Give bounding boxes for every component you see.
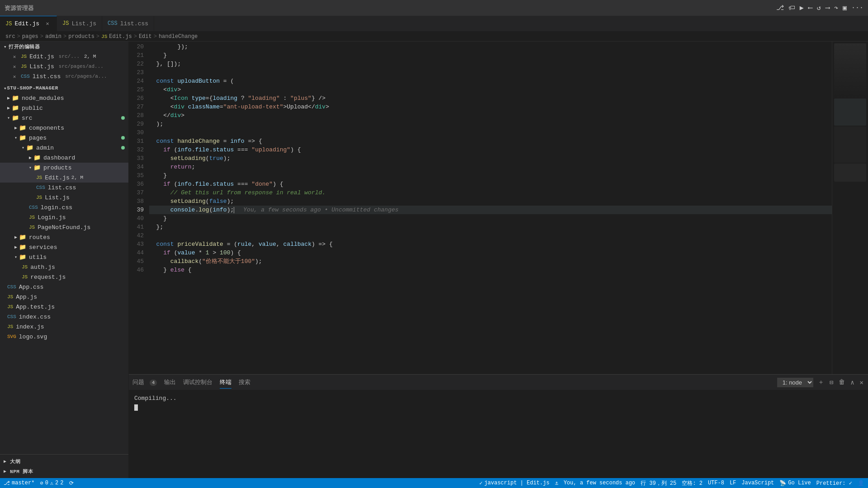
sidebar-item-routes[interactable]: ▶ 📁 routes	[0, 232, 128, 242]
sidebar-item-appcss[interactable]: CSS App.css	[0, 282, 128, 292]
terminal-trash-icon[interactable]: 🗑	[838, 378, 846, 387]
sidebar-item-indexcss[interactable]: CSS index.css	[0, 312, 128, 322]
sidebar-item-appjs[interactable]: JS App.js	[0, 292, 128, 302]
terminal-select[interactable]: 1: node	[777, 378, 813, 387]
sidebar-item-admin[interactable]: ▾ 📁 admin	[0, 143, 128, 153]
breadcrumb-edit[interactable]: Edit	[139, 33, 152, 40]
tab-close-edit-js[interactable]: ✕	[44, 20, 51, 28]
sidebar-item-components[interactable]: ▶ 📁 components	[0, 123, 128, 133]
close-icon-list[interactable]: ✕	[11, 63, 18, 70]
loginjs-label: Login.js	[38, 214, 66, 221]
status-user[interactable]: 👤	[858, 479, 864, 487]
sidebar-item-listcss[interactable]: CSS list.css	[0, 183, 128, 192]
js-check-text: javascript | Edit.js	[484, 480, 549, 486]
code-line-38: setLoading(false);	[149, 197, 832, 206]
terminal-close-icon[interactable]: ✕	[859, 378, 864, 387]
code-content[interactable]: }); } }, []); const uploadButton = (	[149, 42, 832, 374]
status-golive[interactable]: 📡 Go Live	[779, 479, 811, 487]
terminal-content[interactable]: Compiling...	[129, 390, 868, 478]
status-errors[interactable]: ⊘ 0 ⚠ 2 2	[40, 480, 63, 487]
status-encoding[interactable]: UTF-8	[708, 479, 724, 487]
terminal-add-icon[interactable]: ＋	[817, 377, 825, 387]
status-line-col[interactable]: 行 39，列 25	[641, 479, 676, 487]
code-line-40: }	[149, 214, 832, 223]
terminal-tab-search[interactable]: 搜索	[239, 376, 250, 388]
terminal-up-icon[interactable]: ∧	[849, 378, 855, 387]
code-line-41: };	[149, 223, 832, 231]
tab-edit-js[interactable]: JS Edit.js ✕	[0, 16, 57, 31]
sidebar-item-listjs[interactable]: JS List.js	[0, 192, 128, 202]
terminal-tab-output[interactable]: 输出	[164, 376, 176, 388]
tab-list-js[interactable]: JS List.js	[57, 16, 102, 31]
sidebar-item-authjs[interactable]: JS auth.js	[0, 262, 128, 272]
terminal-tab-terminal[interactable]: 终端	[220, 376, 231, 389]
breadcrumb-products[interactable]: products	[68, 33, 94, 40]
sidebar-item-apptestjs[interactable]: JS App.test.js	[0, 302, 128, 312]
tab-label-edit-js: Edit.js	[14, 20, 39, 27]
sidebar-item-node-modules[interactable]: ▶ 📁 node_modules	[0, 93, 128, 103]
branch-icon[interactable]: ⎇	[776, 4, 784, 12]
npm-nav[interactable]: ▶ NPM 脚本	[0, 466, 128, 476]
status-js-check[interactable]: ✓ javascript | Edit.js	[479, 479, 549, 487]
folder-icon-src: 📁	[12, 114, 19, 122]
status-git-sync[interactable]: ⟳	[69, 480, 74, 487]
collapse-open-editors-icon: ▾	[4, 44, 7, 50]
sidebar-item-services[interactable]: ▶ 📁 services	[0, 242, 128, 252]
breadcrumb-pages[interactable]: pages	[22, 33, 38, 40]
terminal-tab-debug[interactable]: 调试控制台	[183, 376, 212, 388]
close-icon-edit[interactable]: ✕	[11, 53, 18, 60]
status-anchor[interactable]: ⚓	[555, 479, 558, 487]
breadcrumb-editjs[interactable]: Edit.js	[109, 33, 132, 40]
sidebar-item-src[interactable]: ▾ 📁 src	[0, 113, 128, 123]
play-icon[interactable]: ▶	[800, 4, 804, 12]
status-branch[interactable]: ⎇ master*	[4, 480, 34, 487]
folder-icon-public: 📁	[12, 104, 19, 112]
status-prettier[interactable]: Prettier: ✓	[816, 479, 852, 487]
breadcrumb-src[interactable]: src	[5, 33, 15, 40]
open-editors-header[interactable]: ▾ 打开的编辑器	[0, 42, 128, 52]
open-editor-item-list[interactable]: ✕ JS List.js src/pages/ad...	[0, 61, 128, 71]
sidebar-item-indexjs[interactable]: JS index.js	[0, 322, 128, 332]
status-line-ending[interactable]: LF	[730, 479, 736, 487]
file-icon-logincss: CSS	[29, 205, 38, 210]
sidebar-item-dashboard[interactable]: ▶ 📁 dashboard	[0, 153, 128, 163]
forward-icon[interactable]: ⟶	[826, 4, 830, 12]
sidebar-item-editjs[interactable]: JS Edit.js 2, M	[0, 173, 128, 183]
project-header[interactable]: ▾ STU-SHOP-MANAGER	[0, 83, 128, 93]
sidebar-item-pagenotfound[interactable]: JS PageNotFound.js	[0, 222, 128, 232]
sidebar-item-loginjs[interactable]: JS Login.js	[0, 212, 128, 222]
services-label: services	[29, 244, 57, 251]
tab-list-css[interactable]: CSS list.css	[102, 16, 154, 31]
file-icon-indexjs: JS	[7, 324, 13, 329]
sidebar-item-requestjs[interactable]: JS request.js	[0, 272, 128, 282]
error-count: 0	[45, 480, 48, 486]
sidebar-item-logosvg[interactable]: SVG logo.svg	[0, 332, 128, 342]
code-line-36: if (info.file.status === "done") {	[149, 180, 832, 188]
terminal-split-icon[interactable]: ⊟	[829, 378, 834, 387]
status-git-user[interactable]: You, a few seconds ago	[564, 479, 635, 487]
outline-nav[interactable]: ▶ 大纲	[0, 456, 128, 466]
more-icon[interactable]: ···	[851, 4, 863, 12]
sidebar-item-logincss[interactable]: CSS login.css	[0, 202, 128, 212]
line-numbers: 2021222324 2526272829 3031323334 3536373…	[129, 42, 149, 374]
status-language[interactable]: JavaScript	[741, 479, 774, 487]
terminal-tab-problems[interactable]: 问题 4	[132, 376, 157, 388]
history-icon[interactable]: ↺	[817, 4, 821, 12]
sidebar-item-public[interactable]: ▶ 📁 public	[0, 103, 128, 113]
sidebar-item-utils[interactable]: ▾ 📁 utils	[0, 252, 128, 262]
open-editor-item-css[interactable]: ✕ CSS list.css src/pages/a...	[0, 71, 128, 81]
sidebar-item-pages[interactable]: ▾ 📁 pages	[0, 133, 128, 143]
close-icon-css[interactable]: ✕	[11, 73, 18, 80]
expand-node-modules-icon: ▶	[7, 95, 10, 101]
step-icon[interactable]: ↷	[834, 4, 838, 12]
breadcrumb-handlechange[interactable]: handleChange	[159, 33, 198, 40]
layout-icon[interactable]: ▣	[843, 4, 847, 12]
status-spaces[interactable]: 空格: 2	[682, 479, 703, 487]
back-icon[interactable]: ⟵	[808, 4, 812, 12]
breadcrumb-admin[interactable]: admin	[45, 33, 61, 40]
tag-icon[interactable]: 🏷	[788, 4, 795, 12]
open-editor-item-edit[interactable]: ✕ JS Edit.js src/... 2, M	[0, 52, 128, 61]
requestjs-label: request.js	[30, 274, 66, 281]
code-line-34: return;	[149, 163, 832, 171]
sidebar-item-products[interactable]: ▾ 📁 products	[0, 163, 128, 173]
